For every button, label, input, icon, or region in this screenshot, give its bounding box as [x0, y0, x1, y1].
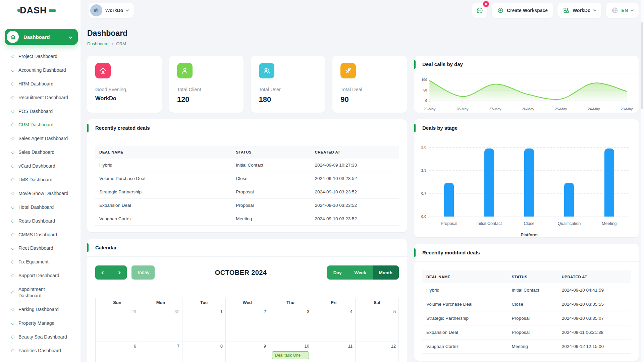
- sidebar-item-facilities-dashboard[interactable]: Facilities Dashboard: [0, 344, 80, 358]
- sidebar-item-hrm-dashboard[interactable]: HRM Dashboard: [0, 77, 80, 91]
- calendar-view-switcher: DayWeekMonth: [327, 265, 399, 280]
- workspace-selector[interactable]: WorkDo: [89, 3, 134, 18]
- calendar-day-header: Wed: [225, 298, 269, 307]
- sidebar-item-label: CRM Dashboard: [18, 122, 53, 128]
- bar-category-label: Initial Contact: [469, 221, 509, 226]
- create-workspace-button[interactable]: Create Workspace: [492, 3, 553, 18]
- table-cell: Expansion Deal: [95, 199, 232, 212]
- sidebar-item-crm-dashboard[interactable]: CRM Dashboard: [0, 118, 80, 132]
- sidebar-item-cmms-dashboard[interactable]: CMMS Dashboard: [0, 228, 80, 242]
- create-workspace-label: Create Workspace: [507, 8, 548, 13]
- bullet-icon: [11, 109, 15, 114]
- bar[interactable]: [444, 183, 454, 217]
- sidebar-item-label: Facilities Dashboard: [18, 348, 61, 354]
- bar[interactable]: [564, 183, 574, 217]
- calendar-day-cell[interactable]: 4: [312, 307, 355, 342]
- calendar-day-cell[interactable]: 6: [96, 342, 139, 362]
- table-cell: Hybrid: [95, 159, 232, 172]
- calendar-day-number: 4: [350, 309, 353, 314]
- bullet-icon: [11, 219, 15, 223]
- sidebar-item-hotel-dashboard[interactable]: Hotel Dashboard: [0, 200, 80, 214]
- sidebar-item-vcard-dashboard[interactable]: vCard Dashboard: [0, 159, 80, 173]
- calendar-day-cell[interactable]: 10Deal task One: [269, 342, 312, 362]
- svg-text:50: 50: [423, 88, 427, 92]
- sidebar-item-label: HRM Dashboard: [18, 81, 53, 87]
- calendar-day-header: Sat: [355, 298, 398, 307]
- sidebar-item-label: vCard Dashboard: [18, 163, 55, 169]
- apps-selector[interactable]: WorkDo: [557, 3, 601, 18]
- deal-calls-title: Deal calls by day: [422, 61, 463, 67]
- calendar-day-cell[interactable]: 29: [96, 307, 139, 342]
- sidebar-item-rotas-dashboard[interactable]: Rotas Dashboard: [0, 214, 80, 228]
- sidebar-item-lms-dashboard[interactable]: LMS Dashboard: [0, 173, 80, 187]
- table-header-row: DEAL NAMESTATUSCREATED AT: [95, 146, 399, 159]
- calendar-day-cell[interactable]: 30: [139, 307, 182, 342]
- column-header: UPDATED AT: [558, 270, 631, 283]
- sidebar-item-pos-dashboard[interactable]: POS Dashboard: [0, 105, 80, 118]
- table-cell: Vaughan Cortez: [95, 212, 232, 226]
- sidebar-item-label: Recruitment Dashboard: [18, 95, 68, 101]
- sidebar-group-dashboard[interactable]: Dashboard: [5, 29, 78, 45]
- sidebar-item-appointment-dashboard[interactable]: Appointment Dashboard: [0, 283, 80, 303]
- calendar-day-number: 5: [393, 309, 396, 314]
- calendar-next-button[interactable]: [111, 265, 127, 280]
- calendar-day-number: 6: [134, 344, 136, 349]
- sidebar-item-project-dashboard[interactable]: Project Dashboard: [0, 50, 80, 63]
- sidebar-item-fix-equipment[interactable]: Fix Equipment: [0, 255, 80, 269]
- bullet-icon: [11, 291, 15, 295]
- table-row: Vaughan CortezMeeting2024-09-12 12:15:00: [422, 340, 631, 354]
- sidebar-item-recruitment-dashboard[interactable]: Recruitment Dashboard: [0, 91, 80, 105]
- calendar-day-cell[interactable]: 8: [182, 342, 225, 362]
- calendar-event[interactable]: Deal task One: [272, 351, 309, 359]
- sidebar-item-sales-dashboard[interactable]: Sales Dashboard: [0, 145, 80, 159]
- calendar-today-button[interactable]: Today: [131, 265, 155, 280]
- bullet-icon: [11, 260, 15, 264]
- sidebar-item-beauty-spa-dashboard[interactable]: Beauty Spa Dashboard: [0, 330, 80, 344]
- app-logo[interactable]: DASH: [17, 5, 56, 16]
- calendar-month-title: OCTOBER 2024: [155, 269, 327, 277]
- bullet-icon: [11, 335, 15, 339]
- bar[interactable]: [484, 148, 494, 217]
- recently-created-title: Recently created deals: [95, 125, 150, 131]
- recently-modified-panel: Recently modified deals DEAL NAMESTATUSU…: [414, 244, 639, 361]
- bullet-icon: [11, 349, 15, 353]
- calendar-day-cell[interactable]: 11: [312, 342, 355, 362]
- calendar-day-cell[interactable]: 9: [225, 342, 269, 362]
- language-selector[interactable]: EN: [606, 3, 639, 18]
- sidebar-item-accounting-dashboard[interactable]: Accounting Dashboard: [0, 63, 80, 77]
- recently-created-panel: Recently created deals DEAL NAMESTATUSCR…: [87, 119, 407, 232]
- bullet-icon: [11, 68, 15, 72]
- messages-button[interactable]: 0: [472, 3, 487, 18]
- page-scrollbar[interactable]: [641, 0, 644, 362]
- sidebar-menu: Project DashboardAccounting DashboardHRM…: [0, 50, 80, 357]
- calendar-day-cell[interactable]: 2: [225, 307, 269, 342]
- calendar-day-cell[interactable]: 12: [355, 342, 398, 362]
- sidebar-item-movie-show-dashboard[interactable]: Movie Show Dashboard: [0, 187, 80, 200]
- sidebar: DASH Dashboard Project DashboardAccounti…: [0, 0, 80, 362]
- stats-row: Good Evening,WorkDoTotal Client120Total …: [87, 56, 407, 113]
- sidebar-item-sales-agent-dashboard[interactable]: Sales Agent Dashboard: [0, 132, 80, 145]
- sidebar-item-label: Appointment Dashboard: [18, 286, 55, 299]
- calendar-view-week[interactable]: Week: [348, 265, 372, 280]
- bar[interactable]: [524, 148, 534, 217]
- recently-created-table: DEAL NAMESTATUSCREATED AT HybridInitial …: [95, 146, 399, 226]
- calendar-day-cell[interactable]: 1: [182, 307, 225, 342]
- calendar-day-cell[interactable]: 7: [139, 342, 182, 362]
- scrollbar-thumb[interactable]: [641, 22, 643, 109]
- bar[interactable]: [604, 148, 614, 217]
- sidebar-item-fleet-dashboard[interactable]: Fleet Dashboard: [0, 241, 80, 255]
- calendar-prev-button[interactable]: [95, 265, 111, 280]
- home-icon: [95, 63, 111, 78]
- sidebar-item-parking-dashboard[interactable]: Parking Dashboard: [0, 303, 80, 316]
- table-row: Vaughan CortezMeeting2024-09-10 03:23:52: [95, 212, 399, 226]
- sidebar-item-property-manage[interactable]: Property Manage: [0, 316, 80, 330]
- calendar-view-month[interactable]: Month: [373, 265, 399, 280]
- calendar-view-day[interactable]: Day: [327, 265, 348, 280]
- calendar-day-header: Mon: [139, 298, 182, 307]
- column-header: CREATED AT: [311, 146, 399, 159]
- sidebar-item-label: Parking Dashboard: [18, 306, 59, 313]
- breadcrumb-dashboard[interactable]: Dashboard: [87, 41, 109, 46]
- calendar-day-cell[interactable]: 3: [269, 307, 312, 342]
- sidebar-item-support-dashboard[interactable]: Support Dashboard: [0, 269, 80, 283]
- calendar-day-cell[interactable]: 5: [355, 307, 398, 342]
